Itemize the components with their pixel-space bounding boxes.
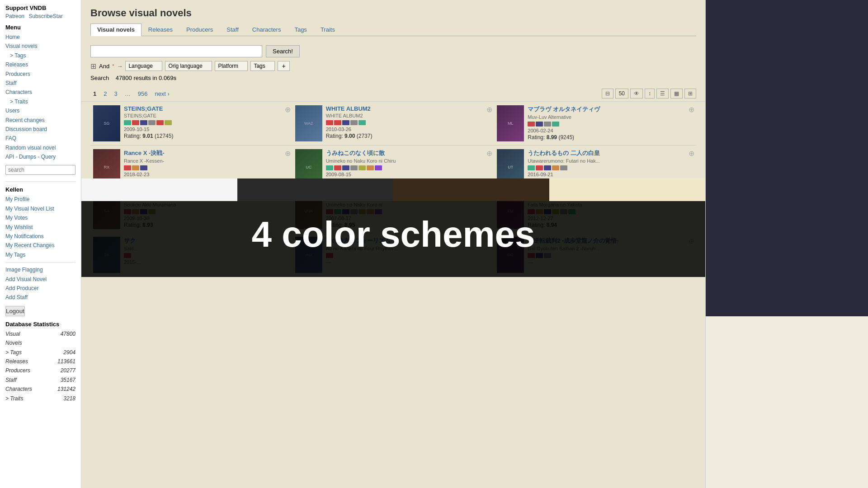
support-title: Support VNDB [5,5,75,11]
filter-tags-select[interactable]: Tags [250,61,275,71]
vn-cover-white-album[interactable]: WA2 [295,105,322,141]
sidebar-item-add-vn[interactable]: Add Visual Novel [5,275,75,284]
vn-subtitle-umineko-chiru: Umineko no Naku Koro ni Chiru [326,158,492,164]
sidebar-item-releases[interactable]: Releases [5,60,75,69]
vn-title-muv-luv[interactable]: マブラヴ オルタネイティヴ [528,105,693,113]
sidebar-item-my-profile[interactable]: My Profile [5,195,75,204]
flag-android [124,120,131,125]
sidebar-item-producers[interactable]: Producers [5,70,75,79]
sidebar-item-recent-changes[interactable]: Recent changes [5,116,75,125]
vn-add-white-album[interactable]: ⊕ [486,105,492,114]
vn-date-white-album: 2010-03-26 [326,127,492,132]
vn-date-steins-gate: 2009-10-15 [124,127,290,132]
flag-other1 [148,120,156,125]
vn-title-utawarerumono[interactable]: うたわれるもの 二人の白皇 [528,149,693,157]
sidebar-item-my-votes[interactable]: My Votes [5,213,75,222]
filter-add-button[interactable]: + [278,61,289,71]
flag-ut3 [544,165,551,170]
tab-characters[interactable]: Characters [245,23,288,36]
sidebar-item-my-recent-changes[interactable]: My Recent Changes [5,241,75,250]
tab-visual-novels[interactable]: Visual novels [90,23,142,36]
swatch-cream[interactable] [549,178,705,201]
view-sort-button[interactable]: ↕ [645,89,655,99]
sidebar-item-add-producer[interactable]: Add Producer [5,284,75,293]
page-3[interactable]: 3 [111,89,120,98]
sidebar-item-faq[interactable]: FAQ [5,134,75,143]
vn-title-white-album[interactable]: WHITE ALBUM2 [326,105,492,112]
vn-title-steins-gate[interactable]: STEINS;GATE [124,105,290,112]
flag-m1 [528,122,535,127]
view-tile-button[interactable]: ⊞ [684,89,696,99]
sidebar-item-random[interactable]: Random visual novel [5,143,75,152]
sidebar-item-image-flagging[interactable]: Image Flagging [5,265,75,274]
view-eye-button[interactable]: 👁 [630,89,643,99]
vn-cover-steins-gate[interactable]: SG [93,105,120,141]
vn-add-muv-luv[interactable]: ⊕ [689,105,694,114]
vn-title-rance[interactable]: Rance X -決戦- [124,149,290,157]
view-grid-button[interactable]: ▦ [670,89,683,99]
color-scheme-swatches [81,178,705,201]
main-search-input[interactable] [90,45,262,57]
view-list-button[interactable]: ☰ [656,89,669,99]
user-name: Kellen [5,186,75,193]
sidebar-item-traits[interactable]: > Traits [5,97,75,106]
vn-add-umineko-chiru[interactable]: ⊕ [486,149,492,158]
tab-releases[interactable]: Releases [142,23,179,36]
flag-uc4 [350,165,358,170]
filter-arrow: → [117,63,123,70]
vn-add-utawarerumono[interactable]: ⊕ [689,149,694,158]
tab-producers[interactable]: Producers [179,23,220,36]
page-956[interactable]: 956 [135,89,151,98]
page-1[interactable]: 1 [90,89,99,98]
swatch-dark[interactable] [237,178,393,201]
patreon-link[interactable]: Patreon [5,13,24,19]
filter-row: ⊞ And * → Language Orig language Platfor… [90,61,696,71]
color-scheme-popup: 4 color schemes [81,178,705,277]
sidebar-item-my-wishlist[interactable]: My Wishlist [5,223,75,232]
page-next[interactable]: next › [152,89,172,98]
pagination-bar: 1 2 3 … 956 next › ⊟ 50 👁 ↕ ☰ ▦ ⊞ [81,86,705,102]
search-input[interactable] [5,165,75,175]
vn-flags-white-album [326,120,492,125]
logout-button[interactable]: Logout [5,306,25,316]
flag-uc6 [367,165,374,170]
sidebar-item-staff[interactable]: Staff [5,79,75,88]
subscribestar-link[interactable]: SubscribeStar [28,13,62,19]
swatch-darkbrown[interactable] [393,178,549,201]
swatch-light[interactable] [81,178,237,201]
search-button[interactable]: Search! [266,45,300,57]
filter-platform-select[interactable]: Platform [215,61,248,71]
sidebar-item-visual-novels[interactable]: Visual novels [5,42,75,51]
sidebar-item-add-staff[interactable]: Add Staff [5,293,75,302]
vn-subtitle-steins-gate: STEINS;GATE [124,113,290,118]
sidebar-item-home[interactable]: Home [5,33,75,42]
stat-traits: > Traits 3218 [5,394,75,403]
page-2[interactable]: 2 [101,89,109,98]
sidebar-item-my-vn-list[interactable]: My Visual Novel List [5,204,75,213]
sidebar-item-users[interactable]: Users [5,106,75,115]
sidebar-item-my-tags[interactable]: My Tags [5,250,75,259]
flag-m2 [536,122,543,127]
vn-add-rance[interactable]: ⊕ [285,149,291,158]
page-dots: … [122,89,133,98]
tab-traits[interactable]: Traits [314,23,342,36]
flag-r3 [140,165,147,170]
stat-visual-novels: Visual 47800 [5,329,75,338]
sidebar-item-discussion[interactable]: Discussion board [5,125,75,134]
vn-add-steins-gate[interactable]: ⊕ [285,105,291,114]
tab-staff[interactable]: Staff [220,23,245,36]
vn-title-umineko-chiru[interactable]: うみねこのなく頃に散 [326,149,492,157]
filter-orig-language-select[interactable]: Orig language [165,61,212,71]
sidebar-item-tags[interactable]: > Tags [5,51,75,60]
sidebar-item-my-notifications[interactable]: My Notifications [5,232,75,241]
flag-ut4 [552,165,559,170]
vn-subtitle-white-album: WHITE ALBUM2 [326,113,492,118]
tab-tags[interactable]: Tags [288,23,313,36]
sidebar-item-characters[interactable]: Characters [5,88,75,97]
vn-cover-muv-luv[interactable]: ML [497,105,524,141]
filter-language-select[interactable]: Language [125,61,162,71]
vn-grid-wrapper: SG STEINS;GATE STEINS;GATE 2009-10-15 Ra… [81,102,705,277]
view-compact-button[interactable]: ⊟ [602,89,613,99]
sidebar-item-api[interactable]: API - Dumps - Query [5,152,75,161]
flag-ut1 [528,165,535,170]
